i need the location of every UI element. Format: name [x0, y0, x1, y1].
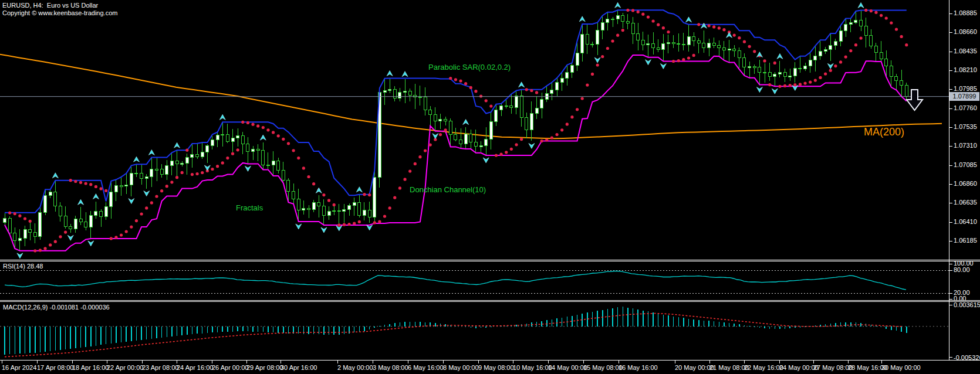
rsi-line	[5, 271, 906, 290]
parabolic-sar-label: Parabolic SAR(0.02,0.2)	[428, 63, 511, 72]
macd-histogram	[5, 307, 907, 354]
price-axis-label: 1.07310	[954, 142, 977, 149]
time-axis-label: 21 May 08:00	[709, 364, 749, 371]
time-axis-label: 17 Apr 08:00	[37, 364, 73, 371]
time-axis-label: 20 May 00:00	[675, 364, 714, 371]
current-price-badge: 1.07899	[949, 92, 979, 101]
price-axis-label: 1.07985	[954, 85, 977, 92]
time-axis-label: 8 May 00:00	[443, 364, 479, 371]
sell-signal-arrow-icon[interactable]	[907, 90, 922, 110]
price-axis-label: 1.07760	[954, 104, 977, 111]
ma200-label: MA(200)	[864, 127, 904, 138]
time-axis-label: 9 May 08:00	[478, 364, 514, 371]
time-axis-label: 22 Apr 00:00	[107, 364, 143, 371]
time-axis-label: 15 May 08:00	[583, 364, 623, 371]
time-axis-label: 16 May 16:00	[619, 364, 658, 371]
donchian-lower-line	[5, 55, 907, 251]
price-axis-label: 1.08435	[954, 47, 977, 55]
time-axis-label: 10 May 16:00	[513, 364, 552, 371]
rsi-panel-layer[interactable]	[5, 271, 906, 290]
time-axis-label: 22 May 16:00	[744, 364, 783, 371]
time-axis-label: 18 Apr 16:00	[72, 364, 109, 371]
chart-title: EURUSD, H4: Euro vs US Dollar	[2, 2, 98, 9]
trading-chart-window: EURUSD, H4: Euro vs US Dollar Copyright …	[0, 0, 980, 374]
price-axis-label: 1.06860	[954, 180, 977, 187]
time-axis-label: 26 Apr 00:00	[212, 364, 248, 371]
donchian-upper-line	[5, 10, 907, 212]
main-chart-layer[interactable]	[0, 2, 942, 259]
rsi-indicator-label: RSI(14) 28.48	[3, 263, 43, 270]
macd-signal-line	[5, 314, 903, 357]
price-axis-label: 1.06410	[954, 218, 977, 225]
time-axis-label: 3 May 08:00	[373, 364, 408, 371]
price-axis-label: 1.06185	[954, 237, 977, 244]
time-axis-label: 2 May 00:00	[337, 364, 373, 371]
price-axis-label: 1.07085	[954, 161, 977, 168]
macd-indicator-label: MACD(12,26,9) -0.001081 -0.000036	[3, 304, 110, 311]
time-axis-label: 6 May 16:00	[408, 364, 444, 371]
price-axis-label: 1.08885	[954, 9, 977, 16]
copyright-text: Copyright © www.keenbase-trading.com	[2, 9, 117, 16]
indicator-axis-label: 80.00	[954, 266, 970, 273]
time-axis-label: 14 May 00:00	[548, 364, 587, 371]
price-axis-label: 1.07535	[954, 123, 977, 130]
price-axis-label: 1.08660	[954, 28, 977, 35]
time-axis-label: 27 May 08:00	[813, 364, 853, 371]
price-axis-label: 1.06635	[954, 199, 977, 206]
indicator-axis-label: -0.005326	[954, 354, 980, 361]
fractals-label: Fractals	[236, 204, 263, 212]
time-axis-label: 23 Apr 08:00	[142, 364, 178, 371]
time-axis-label: 30 Apr 16:00	[281, 364, 317, 371]
time-axis-label: 30 May 00:00	[881, 364, 921, 371]
price-axis-label: 1.08210	[954, 66, 977, 73]
time-axis-label: 16 Apr 2024	[2, 364, 36, 371]
time-axis-label: 24 Apr 16:00	[177, 364, 213, 371]
time-axis-label: 24 May 00:00	[779, 364, 819, 371]
donchian-channel-label: Donchian Channel(10)	[410, 186, 486, 194]
macd-panel-layer[interactable]	[5, 307, 907, 356]
chart-canvas[interactable]	[0, 0, 980, 374]
indicator-axis-label: 0.003615	[954, 301, 980, 308]
time-axis-label: 29 Apr 08:00	[246, 364, 283, 371]
